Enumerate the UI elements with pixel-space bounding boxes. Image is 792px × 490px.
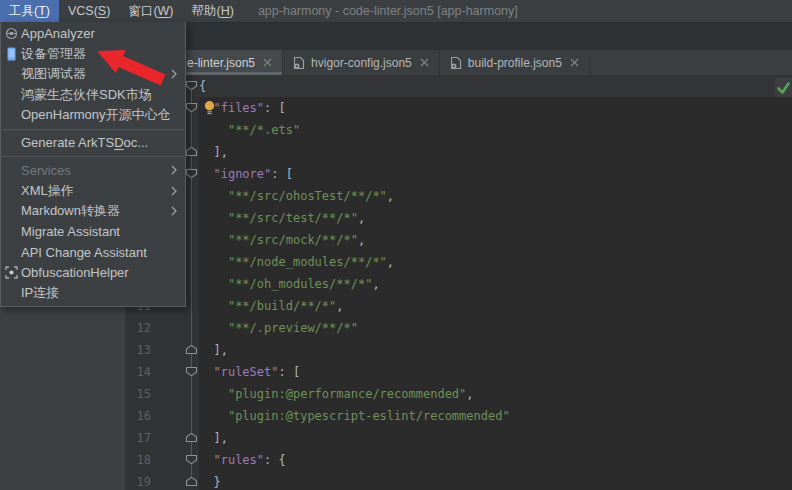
tab-close-icon[interactable] xyxy=(263,58,272,67)
menu-item-generate-arktsdoc[interactable]: Generate ArkTSDoc... xyxy=(1,133,185,154)
tab-close-icon[interactable] xyxy=(570,58,579,67)
label-pre: 帮助( xyxy=(192,3,221,20)
code-line: 7 "**/src/test/**/*", xyxy=(125,207,792,229)
token: { xyxy=(199,79,206,93)
token xyxy=(199,123,228,137)
menu-item-xml-actions[interactable]: XML操作 xyxy=(1,181,185,202)
tab-close-icon[interactable] xyxy=(420,58,429,67)
code-line: 2 "files": [ xyxy=(125,97,792,119)
menu-item-label: OpenHarmony开源中心仓 xyxy=(21,106,171,124)
code-text: ], xyxy=(199,427,228,449)
token: "plugin:@typescript-eslint/recommended" xyxy=(228,409,510,423)
fold-up-icon[interactable] xyxy=(185,432,198,443)
label-mnemonic: T xyxy=(38,4,46,18)
token: : [ xyxy=(264,101,286,115)
code-text: "**/src/ohosTest/**/*", xyxy=(199,185,394,207)
code-editor[interactable]: 1{2 "files": [3 "**/*.ets"4 ],5 "ignore"… xyxy=(125,75,792,490)
code-text: "**/node_modules/**/*", xyxy=(199,251,394,273)
obfuscation-helper-icon xyxy=(5,266,18,279)
menu-item-ip-connect[interactable]: IP连接 xyxy=(1,283,185,304)
menu-item-label: Markdown转换器 xyxy=(21,202,120,220)
label-post: ) xyxy=(230,4,234,18)
tab-hvigor-config[interactable]: hvigor-config.json5 xyxy=(283,50,440,75)
menubar-item-window[interactable]: 窗口(W) xyxy=(119,0,182,22)
menu-item-label: 视图调试器 xyxy=(21,65,86,83)
token: "**/build/**/*" xyxy=(228,299,336,313)
line-number: 16 xyxy=(125,405,151,427)
fold-up-icon[interactable] xyxy=(185,344,198,355)
menu-item-label: 鸿蒙生态伙伴SDK市场 xyxy=(21,86,152,104)
token xyxy=(199,343,213,357)
label-post: ) xyxy=(106,4,110,18)
menu-item-label: IP连接 xyxy=(21,284,59,302)
line-number: 18 xyxy=(125,449,151,471)
fold-down-icon[interactable] xyxy=(185,168,198,179)
code-line: 18 "rules": { xyxy=(125,449,792,471)
code-text: "**/*.ets" xyxy=(199,119,300,141)
code-line: 11 "**/build/**/*", xyxy=(125,295,792,317)
token xyxy=(199,277,228,291)
token: : { xyxy=(264,453,286,467)
label-post: oc... xyxy=(124,135,149,150)
menu-item-migrate-assistant[interactable]: Migrate Assistant xyxy=(1,222,185,243)
menu-item-label: Migrate Assistant xyxy=(21,224,120,239)
tab-label: e-linter.json5 xyxy=(187,56,255,70)
menu-item-harmony-partner-sdk-market[interactable]: 鸿蒙生态伙伴SDK市场 xyxy=(1,85,185,106)
token: } xyxy=(213,475,220,489)
code-line: 3 "**/*.ets" xyxy=(125,119,792,141)
fold-down-icon[interactable] xyxy=(185,366,198,377)
token: "ruleSet" xyxy=(213,365,278,379)
label-pre: 工具( xyxy=(9,3,38,20)
json5-file-icon xyxy=(293,56,305,70)
window-title: app-harmony - code-linter.json5 [app-har… xyxy=(258,0,518,22)
code-line: 5 "ignore": [ xyxy=(125,163,792,185)
menu-item-device-manager[interactable]: 设备管理器 xyxy=(1,44,185,65)
fold-down-icon[interactable] xyxy=(185,102,198,113)
fold-down-icon[interactable] xyxy=(185,454,198,465)
code-line: 4 ], xyxy=(125,141,792,163)
line-number: 15 xyxy=(125,383,151,405)
menu-item-markdown-converter[interactable]: Markdown转换器 xyxy=(1,201,185,222)
label-mnemonic: D xyxy=(114,135,123,150)
ide-window: 工具(T)VCS(S)窗口(W)帮助(H) app-harmony - code… xyxy=(0,0,792,490)
code-line: 8 "**/src/mock/**/*", xyxy=(125,229,792,251)
token: , xyxy=(358,233,365,247)
tab-build-profile[interactable]: build-profile.json5 xyxy=(440,50,590,75)
token xyxy=(199,189,228,203)
token: "**/src/ohosTest/**/*" xyxy=(228,189,387,203)
menu-item-label: XML操作 xyxy=(21,182,74,200)
fold-down-icon[interactable] xyxy=(185,80,198,91)
code-text: } xyxy=(199,471,221,490)
token: , xyxy=(336,299,343,313)
token xyxy=(199,321,228,335)
menubar-item-tools[interactable]: 工具(T) xyxy=(0,0,59,22)
code-text: "ruleSet": [ xyxy=(199,361,300,383)
token: ], xyxy=(213,343,227,357)
label-mnemonic: H xyxy=(221,4,230,18)
tools-menu-popup: AppAnalyzer设备管理器视图调试器鸿蒙生态伙伴SDK市场OpenHarm… xyxy=(0,22,186,307)
menu-item-view-debugger[interactable]: 视图调试器 xyxy=(1,64,185,85)
menu-item-label: AppAnalyzer xyxy=(21,26,95,41)
code-text: "**/oh_modules/**/*", xyxy=(199,273,380,295)
fold-up-icon[interactable] xyxy=(185,476,198,487)
label-pre: Generate ArkTS xyxy=(21,135,114,150)
code-text: ], xyxy=(199,339,228,361)
token xyxy=(199,145,213,159)
code-line: 9 "**/node_modules/**/*", xyxy=(125,251,792,273)
code-text: { xyxy=(199,75,206,97)
menubar-item-vcs[interactable]: VCS(S) xyxy=(59,0,119,22)
fold-up-icon[interactable] xyxy=(185,146,198,157)
line-number: 17 xyxy=(125,427,151,449)
menu-item-openharmony-open-source-center[interactable]: OpenHarmony开源中心仓 xyxy=(1,105,185,126)
token: "**/*.ets" xyxy=(228,123,300,137)
inspections-widget[interactable] xyxy=(775,78,792,97)
token: : [ xyxy=(271,167,293,181)
label-post: ) xyxy=(169,4,173,18)
token: , xyxy=(387,255,394,269)
menu-item-api-change-assistant[interactable]: API Change Assistant xyxy=(1,242,185,263)
menubar-item-help[interactable]: 帮助(H) xyxy=(183,0,243,22)
token: : [ xyxy=(278,365,300,379)
menu-item-app-analyzer[interactable]: AppAnalyzer xyxy=(1,23,185,44)
token xyxy=(199,409,228,423)
menu-item-obfuscation-helper[interactable]: ObfuscationHelper xyxy=(1,263,185,284)
